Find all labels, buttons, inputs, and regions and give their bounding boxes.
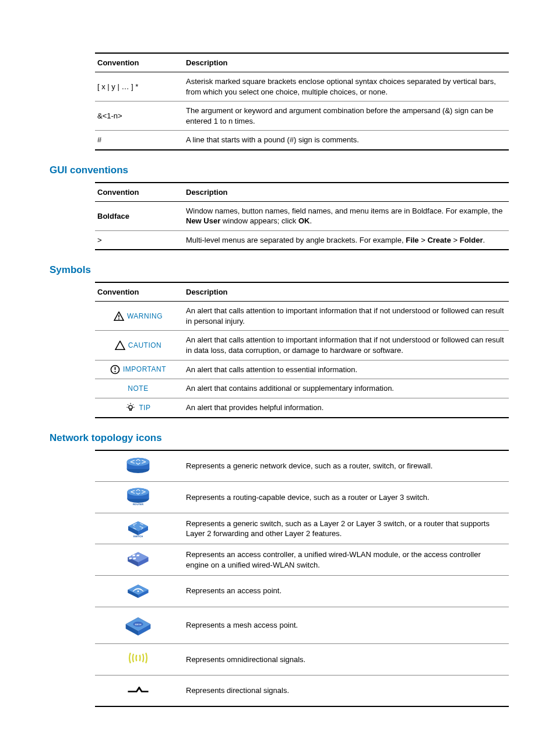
heading-network-topology-icons: Network topology icons (50, 432, 506, 444)
cell-description: An alert that provides helpful informati… (184, 398, 509, 418)
symbol-label: TIP (139, 403, 150, 412)
svg-line-11 (133, 404, 134, 405)
symbol-label: IMPORTANT (123, 365, 166, 374)
caution-icon (115, 341, 125, 350)
cell-convention: # (95, 131, 184, 150)
svg-text:MESH: MESH (135, 623, 141, 625)
table-row: [ x | y | … ] * Asterisk marked square b… (95, 72, 509, 102)
table-row: SWITCH Represents a generic switch, such… (95, 513, 509, 544)
cell-description: Represents a generic switch, such as a L… (184, 513, 509, 544)
cell-description: Asterisk marked square brackets enclose … (184, 72, 509, 102)
cell-description: Multi-level menus are separated by angle… (184, 230, 509, 250)
router-icon: ROUTER (125, 486, 151, 506)
cell-icon (95, 644, 184, 676)
table-row: > Multi-level menus are separated by ang… (95, 230, 509, 250)
cell-convention: Boldface (95, 201, 184, 230)
cell-convention: > (95, 230, 184, 250)
cell-description: A line that starts with a pound (#) sign… (184, 131, 509, 150)
symbol-label: NOTE (128, 385, 148, 393)
symbol-label: CAUTION (128, 341, 162, 350)
svg-point-19 (127, 488, 149, 496)
table-row: ROUTER Represents a routing-capable devi… (95, 482, 509, 513)
cell-description: Represents a routing-capable device, suc… (184, 482, 509, 513)
table-row: CAUTION An alert that calls attention to… (95, 331, 509, 360)
cell-icon: SWITCH (95, 513, 184, 544)
gui-conventions-table: Convention Description Boldface Window n… (95, 182, 509, 251)
table-row: &<1-n> The argument or keyword and argum… (95, 102, 509, 131)
table-row: Represents omnidirectional signals. (95, 644, 509, 676)
cell-description: An alert that calls attention to importa… (184, 331, 509, 360)
cell-icon (95, 450, 184, 482)
table-row: Represents directional signals. (95, 675, 509, 706)
generic-network-device-icon (125, 455, 151, 475)
cell-convention: IMPORTANT (95, 360, 184, 379)
table-row: WARNING An alert that calls attention to… (95, 302, 509, 331)
cell-description: An alert that contains additional or sup… (184, 379, 509, 398)
network-topology-table: Represents a generic network device, suc… (95, 450, 509, 707)
table-row: Boldface Window names, button names, fie… (95, 201, 509, 230)
table-row: # A line that starts with a pound (#) si… (95, 131, 509, 150)
cell-description: Represents omnidirectional signals. (184, 644, 509, 676)
th-description: Description (184, 282, 509, 302)
cell-description: Represents a generic network device, suc… (184, 450, 509, 482)
omnidirectional-signal-icon (125, 648, 151, 668)
cell-icon (95, 544, 184, 576)
warning-icon (114, 312, 124, 321)
conventions-table-1: Convention Description [ x | y | … ] * A… (95, 52, 509, 150)
svg-line-10 (128, 404, 129, 405)
table-row: Represents an access point. (95, 575, 509, 607)
table-row: Represents an access controller, a unifi… (95, 544, 509, 576)
svg-point-4 (114, 371, 115, 372)
svg-point-1 (118, 318, 119, 320)
th-convention: Convention (95, 282, 184, 302)
table-row: IMPORTANT An alert that calls attention … (95, 360, 509, 379)
cell-convention: WARNING (95, 302, 184, 331)
heading-symbols: Symbols (50, 264, 506, 276)
cell-description: Represents directional signals. (184, 675, 509, 706)
cell-description: The argument or keyword and argument com… (184, 102, 509, 131)
table-row: Represents a generic network device, suc… (95, 450, 509, 482)
th-description: Description (184, 53, 509, 72)
table-row: MESH Represents a mesh access point. (95, 607, 509, 644)
svg-point-15 (127, 457, 150, 466)
cell-description: Represents an access point. (184, 575, 509, 607)
cell-convention: &<1-n> (95, 102, 184, 131)
cell-convention: NOTE (95, 379, 184, 398)
cell-description: Window names, button names, field names,… (184, 201, 509, 230)
svg-text:ROUTER: ROUTER (133, 503, 143, 506)
cell-icon: ROUTER (95, 482, 184, 513)
cell-convention: CAUTION (95, 331, 184, 360)
svg-point-27 (138, 590, 139, 592)
tip-icon (125, 402, 136, 413)
table-row: TIP An alert that provides helpful infor… (95, 398, 509, 418)
mesh-access-point-icon: MESH (124, 611, 152, 637)
switch-icon: SWITCH (125, 517, 151, 537)
symbols-table: Convention Description WARNING An alert … (95, 282, 509, 418)
cell-description: An alert that calls attention to importa… (184, 302, 509, 331)
th-convention: Convention (95, 183, 184, 202)
heading-gui-conventions: GUI conventions (50, 164, 506, 176)
access-controller-icon (125, 548, 151, 568)
cell-convention: TIP (95, 398, 184, 418)
cell-convention: [ x | y | … ] * (95, 72, 184, 102)
th-convention: Convention (95, 53, 184, 72)
cell-description: Represents a mesh access point. (184, 607, 509, 644)
cell-description: Represents an access controller, a unifi… (184, 544, 509, 576)
cell-icon (95, 675, 184, 706)
svg-rect-6 (130, 409, 132, 410)
table-row: NOTE An alert that contains additional o… (95, 379, 509, 398)
important-icon (110, 365, 120, 374)
symbol-label: WARNING (127, 312, 163, 321)
cell-icon (95, 575, 184, 607)
cell-icon: MESH (95, 607, 184, 644)
svg-point-5 (129, 405, 132, 409)
access-point-icon (125, 580, 151, 600)
th-description: Description (184, 183, 509, 202)
svg-text:SWITCH: SWITCH (133, 535, 143, 537)
cell-description: An alert that calls attention to essenti… (184, 360, 509, 379)
directional-signal-icon (125, 680, 151, 699)
